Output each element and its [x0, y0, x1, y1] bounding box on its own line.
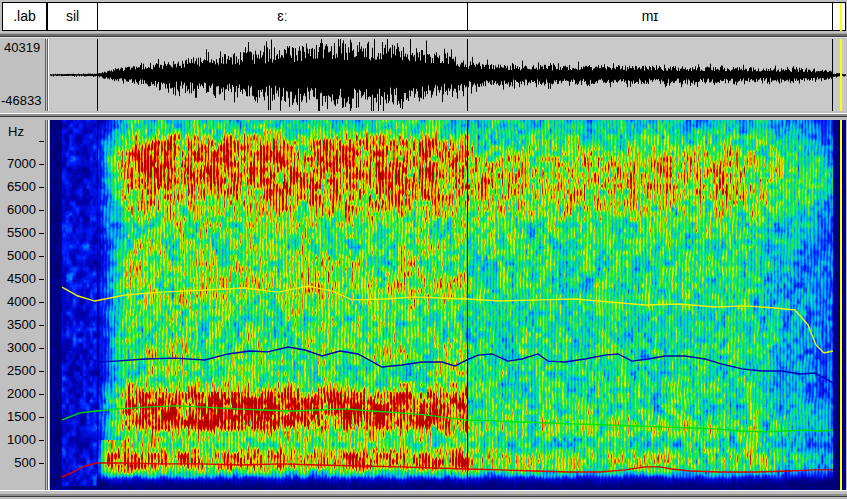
- freq-tick-label: 3000: [0, 341, 36, 355]
- freq-tick-label: 500: [0, 456, 36, 470]
- waveform-pane: 40319 -46833: [0, 39, 847, 111]
- frequency-axis: 7000650060005500500045004000350030002500…: [0, 120, 46, 490]
- waveform-canvas[interactable]: [50, 39, 846, 111]
- freq-tick-label: 5500: [0, 226, 36, 240]
- waveform-min-value: -46833: [1, 94, 41, 108]
- freq-tick-label: 2500: [0, 364, 36, 378]
- tier-segment-ɛː[interactable]: ɛː: [97, 2, 468, 31]
- spectrogram-pane: Hz 7000650060005500500045004000350030002…: [0, 120, 847, 490]
- pane-sash[interactable]: [0, 32, 847, 39]
- freq-tick-label: 6500: [0, 180, 36, 194]
- tier-segment[interactable]: [832, 2, 846, 31]
- freq-tick-label: 5000: [0, 249, 36, 263]
- pane-sash[interactable]: [0, 111, 847, 120]
- freq-tick-label: 6000: [0, 203, 36, 217]
- cursor-line: [840, 3, 842, 31]
- tier-segment-mɪ[interactable]: mɪ: [467, 2, 833, 31]
- tier-segment-sil[interactable]: sil: [47, 2, 98, 31]
- spectrogram-canvas[interactable]: [50, 120, 846, 490]
- tier-name-box[interactable]: .lab: [2, 2, 47, 31]
- speech-analysis-window: .lab silɛːmɪ 40319 -46833 Hz 70006500600…: [0, 0, 847, 499]
- freq-tick-label: 7000: [0, 157, 36, 171]
- freq-tick-label: 3500: [0, 318, 36, 332]
- pane-sash[interactable]: [0, 490, 847, 499]
- freq-tick-label: 4000: [0, 295, 36, 309]
- freq-tick-label: 1500: [0, 410, 36, 424]
- freq-tick-label: 2000: [0, 387, 36, 401]
- waveform-max-value: 40319: [4, 41, 40, 55]
- transcription-tier: .lab silɛːmɪ: [0, 0, 847, 32]
- freq-tick-label: 4500: [0, 272, 36, 286]
- freq-tick-label: 1000: [0, 433, 36, 447]
